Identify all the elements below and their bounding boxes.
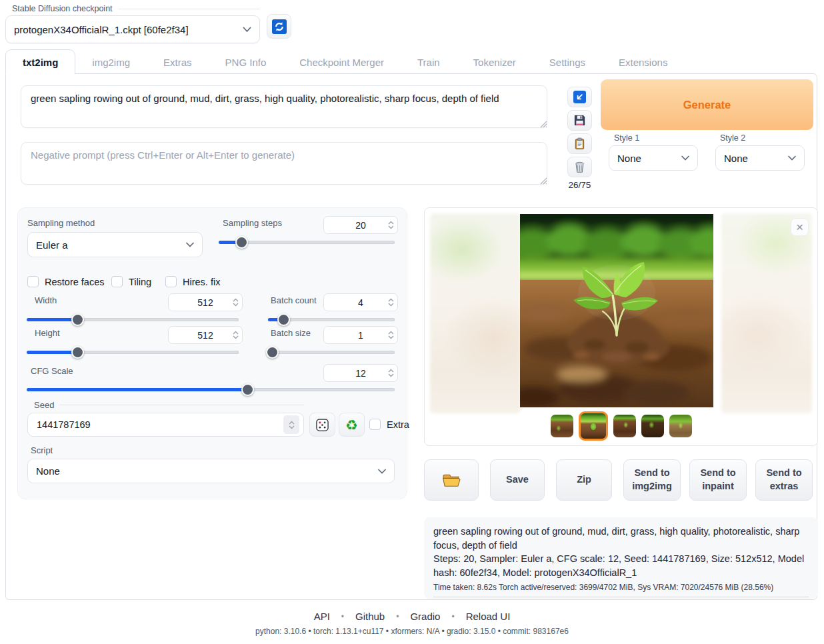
slider-thumb[interactable] xyxy=(71,313,84,326)
spinner-icon[interactable] xyxy=(388,294,394,311)
batch-size-label: Batch size xyxy=(271,328,311,338)
thumbnail-5[interactable] xyxy=(669,415,692,437)
height-input[interactable]: 512 xyxy=(168,326,243,344)
reuse-seed-button[interactable]: ♻ xyxy=(339,413,365,437)
style1-dropdown[interactable]: None xyxy=(609,145,698,171)
tab-txt2img[interactable]: txt2img xyxy=(5,49,75,75)
prompt-input[interactable]: green sapling rowing out of ground, mud,… xyxy=(21,85,547,128)
footer-link-api[interactable]: API xyxy=(314,611,330,622)
spinner-icon[interactable] xyxy=(388,327,394,343)
checkpoint-dropdown[interactable]: protogenX34OfficialR_1.ckpt [60fe2f34] xyxy=(5,15,260,43)
style1-value: None xyxy=(617,153,641,164)
checkbox-box[interactable] xyxy=(165,276,177,287)
hires-fix-checkbox[interactable]: Hires. fix xyxy=(165,276,220,287)
send-to-extras-button[interactable]: Send to extras xyxy=(755,459,813,501)
generation-info-prompt: green sapling rowing out of ground, mud,… xyxy=(433,525,809,552)
tab-train[interactable]: Train xyxy=(401,50,457,74)
thumbnail-3[interactable] xyxy=(613,415,636,437)
seed-spinner-icon[interactable] xyxy=(283,415,299,434)
script-dropdown[interactable]: None xyxy=(27,459,395,483)
generation-settings-panel: Sampling method Euler a Sampling steps 2… xyxy=(17,207,407,499)
tab-extensions[interactable]: Extensions xyxy=(602,50,684,74)
spinner-icon[interactable] xyxy=(233,294,239,311)
batch-count-label: Batch count xyxy=(271,295,317,305)
spinner-icon[interactable] xyxy=(388,365,394,381)
close-icon: × xyxy=(796,220,803,235)
batch-count-value: 4 xyxy=(358,297,363,308)
footer-links: API • Github • Gradio • Reload UI xyxy=(0,611,824,622)
gallery-close-button[interactable]: × xyxy=(791,218,809,236)
slider-thumb[interactable] xyxy=(235,236,248,249)
extra-seed-checkbox[interactable]: Extra xyxy=(369,419,409,430)
chevron-down-icon xyxy=(186,242,194,247)
height-slider[interactable] xyxy=(27,346,239,359)
thumbnail-1[interactable] xyxy=(551,415,573,437)
footer-link-gradio[interactable]: Gradio xyxy=(410,611,440,622)
sampling-method-label: Sampling method xyxy=(27,218,95,228)
style1-label: Style 1 xyxy=(614,133,639,143)
thumbnail-4[interactable] xyxy=(641,415,664,437)
clear-prompt-button[interactable] xyxy=(567,157,592,177)
save-style-button[interactable] xyxy=(567,110,592,131)
script-value: None xyxy=(36,465,60,477)
spinner-icon[interactable] xyxy=(233,327,239,343)
token-counter: 26/75 xyxy=(567,180,592,190)
cfg-scale-input[interactable]: 12 xyxy=(323,364,398,382)
footer-link-github[interactable]: Github xyxy=(355,611,385,622)
batch-size-input[interactable]: 1 xyxy=(323,326,398,344)
tab-settings[interactable]: Settings xyxy=(533,50,602,74)
tab-checkpoint-merger[interactable]: Checkpoint Merger xyxy=(283,50,401,74)
generate-button[interactable]: Generate xyxy=(601,79,813,130)
batch-count-slider[interactable] xyxy=(268,313,395,326)
style2-dropdown[interactable]: None xyxy=(715,145,805,171)
width-slider[interactable] xyxy=(27,313,239,326)
restore-faces-checkbox[interactable]: Restore faces xyxy=(27,276,104,287)
width-input[interactable]: 512 xyxy=(168,293,243,311)
cfg-scale-label: CFG Scale xyxy=(31,366,73,376)
tab-img2img[interactable]: img2img xyxy=(75,50,147,74)
save-button[interactable]: Save xyxy=(490,459,545,501)
tab-extras[interactable]: Extras xyxy=(147,50,209,74)
checkbox-box[interactable] xyxy=(111,276,123,287)
style2-value: None xyxy=(724,153,748,164)
checkpoint-value: protogenX34OfficialR_1.ckpt [60fe2f34] xyxy=(14,24,189,35)
checkpoint-group: Stable Diffusion checkpoint protogenX34O… xyxy=(5,4,260,43)
batch-count-input[interactable]: 4 xyxy=(323,293,398,311)
tab-png-info[interactable]: PNG Info xyxy=(209,50,283,74)
paste-params-button[interactable] xyxy=(567,87,592,107)
sampling-method-dropdown[interactable]: Euler a xyxy=(27,232,203,257)
slider-thumb[interactable] xyxy=(71,346,84,359)
spinner-icon[interactable] xyxy=(388,217,394,233)
tab-tokenizer[interactable]: Tokenizer xyxy=(457,50,533,74)
zip-button[interactable]: Zip xyxy=(556,459,612,501)
height-value: 512 xyxy=(197,330,213,341)
seed-input[interactable] xyxy=(27,413,304,437)
send-to-img2img-button[interactable]: Send to img2img xyxy=(623,459,681,501)
batch-size-slider[interactable] xyxy=(268,346,395,359)
send-to-inpaint-button[interactable]: Send to inpaint xyxy=(689,459,747,501)
cfg-scale-slider[interactable] xyxy=(27,383,395,396)
footer: API • Github • Gradio • Reload UI python… xyxy=(0,611,824,636)
checkbox-box[interactable] xyxy=(369,419,381,430)
generation-info-perf: Time taken: 8.62s Torch active/reserved:… xyxy=(433,583,809,597)
sampling-steps-input[interactable]: 20 xyxy=(323,216,398,234)
seed-label-row: Seed xyxy=(27,400,304,410)
checkpoint-label: Stable Diffusion checkpoint xyxy=(12,4,113,13)
checkpoint-refresh-button[interactable] xyxy=(267,14,291,39)
random-seed-button[interactable] xyxy=(309,413,335,437)
open-folder-button[interactable] xyxy=(424,459,479,501)
slider-thumb[interactable] xyxy=(277,313,290,326)
slider-thumb[interactable] xyxy=(266,346,279,359)
sampling-steps-slider[interactable] xyxy=(219,236,395,249)
result-image[interactable] xyxy=(520,214,713,407)
negative-prompt-input[interactable] xyxy=(21,142,547,185)
restore-faces-label: Restore faces xyxy=(45,277,104,287)
checkbox-box[interactable] xyxy=(27,276,39,287)
apply-style-button[interactable] xyxy=(567,133,592,154)
slider-thumb[interactable] xyxy=(241,383,254,396)
thumbnail-2-selected[interactable] xyxy=(579,411,608,441)
floppy-icon xyxy=(573,114,586,127)
seed-label: Seed xyxy=(34,400,54,410)
footer-link-reload-ui[interactable]: Reload UI xyxy=(466,611,511,622)
tiling-checkbox[interactable]: Tiling xyxy=(111,276,151,287)
